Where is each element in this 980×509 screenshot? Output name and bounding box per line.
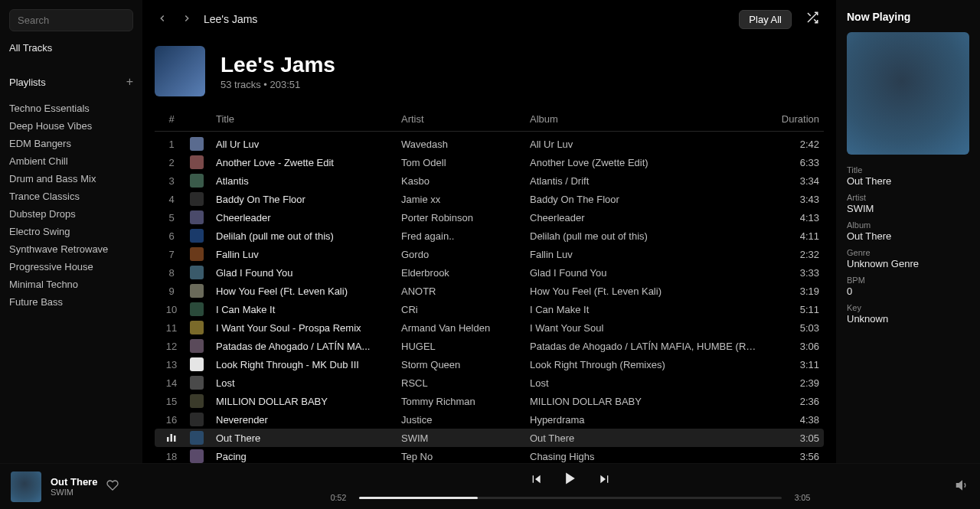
track-row[interactable]: 5CheerleaderPorter RobinsonCheerleader4:…: [155, 208, 824, 227]
track-album: Lost: [530, 377, 760, 389]
playlist-item[interactable]: Synthwave Retrowave: [9, 240, 133, 258]
time-elapsed: 0:52: [325, 493, 351, 502]
np-artist-label: Artist: [847, 193, 969, 202]
track-artist: Porter Robinson: [401, 212, 524, 224]
track-artist: Fred again..: [401, 230, 524, 242]
track-cover: [190, 229, 204, 243]
next-button[interactable]: [598, 473, 610, 488]
track-artist: ANOTR: [401, 285, 524, 297]
volume-button[interactable]: [956, 478, 969, 495]
nav-forward-button[interactable]: [179, 13, 194, 26]
np-bpm-label: BPM: [847, 276, 969, 285]
track-index: 11: [159, 322, 184, 334]
nav-back-button[interactable]: [155, 13, 170, 26]
svg-rect-3: [167, 437, 169, 442]
playlist-item[interactable]: Trance Classics: [9, 188, 133, 205]
shuffle-button[interactable]: [801, 8, 824, 31]
topbar: Lee's Jams Play All: [142, 0, 836, 38]
track-title: Out There: [216, 432, 395, 444]
track-row[interactable]: 2Another Love - Zwette EditTom OdellAnot…: [155, 153, 824, 171]
track-duration: 2:42: [766, 139, 819, 150]
track-title: I Can Make It: [216, 304, 395, 315]
track-row[interactable]: 13Look Right Through - MK Dub IIIStorm Q…: [155, 355, 824, 374]
playlist-item[interactable]: Dubstep Drops: [9, 205, 133, 223]
col-title[interactable]: Title: [216, 113, 395, 125]
track-album: Another Love (Zwette Edit): [530, 157, 760, 168]
track-duration: 5:11: [766, 304, 819, 315]
playlist-item[interactable]: Progressive House: [9, 258, 133, 276]
track-artist: HUGEL: [401, 341, 524, 352]
track-row[interactable]: 4Baddy On The FloorJamie xxBaddy On The …: [155, 190, 824, 208]
track-album: MILLION DOLLAR BABY: [530, 396, 760, 407]
playlist-item[interactable]: Future Bass: [9, 293, 133, 311]
track-cover: [190, 413, 204, 426]
track-artist: Wavedash: [401, 139, 524, 150]
search-input[interactable]: [9, 9, 133, 31]
col-artist[interactable]: Artist: [401, 113, 524, 125]
track-artist: Jamie xx: [401, 194, 524, 205]
track-artist: CRi: [401, 304, 524, 315]
track-album: I Want Your Soul: [530, 322, 760, 334]
track-cover: [190, 302, 204, 316]
np-genre-label: Genre: [847, 248, 969, 257]
track-row[interactable]: Out ThereSWIMOut There3:05: [155, 429, 824, 447]
track-duration: 4:13: [766, 212, 819, 224]
np-album-value: Out There: [847, 230, 969, 242]
track-row[interactable]: 8Glad I Found YouElderbrookGlad I Found …: [155, 263, 824, 282]
track-title: All Ur Luv: [216, 139, 395, 150]
col-duration[interactable]: Duration: [766, 113, 819, 125]
player-bar: Out There SWIM 0:52 3:05: [0, 463, 980, 509]
track-row[interactable]: 9How You Feel (Ft. Leven Kali)ANOTRHow Y…: [155, 282, 824, 300]
np-genre-value: Unknown Genre: [847, 258, 969, 269]
player-art: [11, 471, 41, 502]
playlist-item[interactable]: Electro Swing: [9, 223, 133, 240]
favorite-button[interactable]: [106, 479, 119, 494]
playlist-item[interactable]: Drum and Bass Mix: [9, 170, 133, 188]
playlist-item[interactable]: Techno Essentials: [9, 100, 133, 117]
np-bpm-value: 0: [847, 285, 969, 297]
playlist-item[interactable]: Minimal Techno: [9, 276, 133, 293]
track-duration: 3:06: [766, 341, 819, 352]
play-all-button[interactable]: Play All: [739, 10, 792, 29]
track-artist: Elderbrook: [401, 267, 524, 279]
track-cover: [190, 155, 204, 169]
play-button[interactable]: [563, 471, 578, 490]
playlist-item[interactable]: Deep House Vibes: [9, 117, 133, 135]
playlists-section: Playlists +: [9, 70, 133, 93]
track-title: Atlantis: [216, 175, 395, 187]
np-title-label: Title: [847, 165, 969, 175]
track-album: Look Right Through (Remixes): [530, 359, 760, 370]
track-cover: [190, 174, 204, 188]
track-row[interactable]: 7Fallin LuvGordoFallin Luv2:32: [155, 245, 824, 263]
track-cover: [190, 449, 204, 463]
track-artist: Tep No: [401, 451, 524, 462]
track-row[interactable]: 10I Can Make ItCRiI Can Make It5:11: [155, 300, 824, 318]
track-index: 7: [159, 249, 184, 260]
track-row[interactable]: 18PacingTep NoChasing Highs3:56: [155, 447, 824, 463]
track-album: Atlantis / Drift: [530, 175, 760, 187]
track-row[interactable]: 11I Want Your Soul - Prospa RemixArmand …: [155, 318, 824, 337]
track-album: Fallin Luv: [530, 249, 760, 260]
track-row[interactable]: 12Patadas de Ahogado / LATÍN MA...HUGELP…: [155, 337, 824, 355]
track-row[interactable]: 1All Ur LuvWavedashAll Ur Luv2:42: [155, 135, 824, 153]
track-row[interactable]: 3AtlantisKasboAtlantis / Drift3:34: [155, 171, 824, 190]
nav-all-tracks[interactable]: All Tracks: [9, 38, 133, 58]
prev-button[interactable]: [531, 473, 543, 488]
track-duration: 3:19: [766, 285, 819, 297]
track-index: 1: [159, 139, 184, 150]
track-duration: 2:36: [766, 396, 819, 407]
track-row[interactable]: 16NeverenderJusticeHyperdrama4:38: [155, 410, 824, 429]
track-row[interactable]: 15MILLION DOLLAR BABYTommy RichmanMILLIO…: [155, 392, 824, 410]
playlist-title: Lee's Jams: [220, 53, 335, 77]
np-title-value: Out There: [847, 175, 969, 187]
add-playlist-button[interactable]: +: [126, 75, 133, 89]
playlist-item[interactable]: EDM Bangers: [9, 135, 133, 152]
progress-bar[interactable]: [359, 497, 782, 499]
col-album[interactable]: Album: [530, 113, 760, 125]
playlist-item[interactable]: Ambient Chill: [9, 152, 133, 170]
track-row[interactable]: 14LostRSCLLost2:39: [155, 374, 824, 392]
track-index: 9: [159, 285, 184, 297]
np-artist-value: SWIM: [847, 203, 969, 214]
track-row[interactable]: 6Delilah (pull me out of this)Fred again…: [155, 227, 824, 245]
track-artist: RSCL: [401, 377, 524, 389]
